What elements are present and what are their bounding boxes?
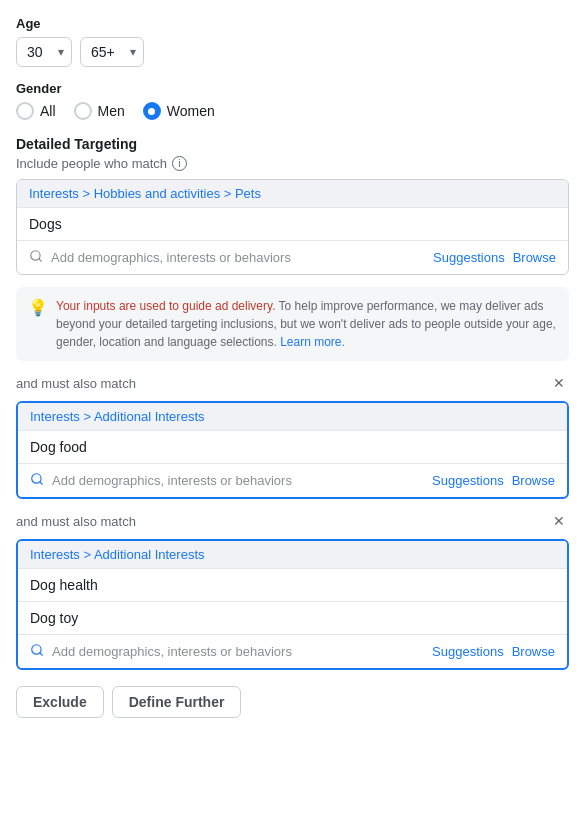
info-box: 💡 Your inputs are used to guide ad deliv…	[16, 287, 569, 361]
second-also-match-section: and must also match ✕ Interests > Additi…	[16, 373, 569, 499]
include-label: Include people who match i	[16, 156, 569, 171]
gender-women-radio	[143, 102, 161, 120]
third-suggestions-btn[interactable]: Suggestions	[432, 644, 504, 659]
first-tag-dogs: Dogs	[17, 207, 568, 240]
gender-men-radio	[74, 102, 92, 120]
age-label: Age	[16, 16, 569, 31]
second-search-row[interactable]: Add demographics, interests or behaviors…	[18, 463, 567, 497]
third-search-icon	[30, 643, 44, 660]
third-search-actions: Suggestions Browse	[432, 644, 555, 659]
gender-men-label: Men	[98, 103, 125, 119]
second-search-actions: Suggestions Browse	[432, 473, 555, 488]
info-learn-more-link[interactable]: Learn more.	[280, 335, 345, 349]
third-close-btn[interactable]: ✕	[549, 511, 569, 531]
first-browse-btn[interactable]: Browse	[513, 250, 556, 265]
age-dropdowns: 182125 303540 455055 6065 243035 404550 …	[16, 37, 569, 67]
bottom-buttons: Exclude Define Further	[16, 686, 569, 718]
dogfood-tag-label: Dog food	[30, 439, 87, 455]
gender-all-option[interactable]: All	[16, 102, 56, 120]
third-search-placeholder: Add demographics, interests or behaviors	[52, 644, 424, 659]
svg-line-5	[40, 653, 43, 656]
third-tag-doghealth: Dog health	[18, 568, 567, 601]
include-text: Include people who match	[16, 156, 167, 171]
first-search-placeholder: Add demographics, interests or behaviors	[51, 250, 425, 265]
age-section: Age 182125 303540 455055 6065 243035 404…	[16, 16, 569, 67]
dogtoy-tag-label: Dog toy	[30, 610, 78, 626]
detailed-targeting-title: Detailed Targeting	[16, 136, 569, 152]
gender-section: Gender All Men Women	[16, 81, 569, 120]
age-from-select[interactable]: 182125 303540 455055 6065	[16, 37, 72, 67]
svg-line-3	[40, 482, 43, 485]
second-browse-btn[interactable]: Browse	[512, 473, 555, 488]
third-also-match-header: and must also match ✕	[16, 511, 569, 531]
gender-options: All Men Women	[16, 102, 569, 120]
third-also-match-label: and must also match	[16, 514, 136, 529]
age-to-wrapper: 243035 404550 556065+	[80, 37, 144, 67]
second-breadcrumb: Interests > Additional Interests	[18, 403, 567, 430]
third-targeting-box: Interests > Additional Interests Dog hea…	[16, 539, 569, 670]
third-tag-dogtoy: Dog toy	[18, 601, 567, 634]
second-close-btn[interactable]: ✕	[549, 373, 569, 393]
gender-label: Gender	[16, 81, 569, 96]
second-also-match-label: and must also match	[16, 376, 136, 391]
first-search-row[interactable]: Add demographics, interests or behaviors…	[17, 240, 568, 274]
first-suggestions-btn[interactable]: Suggestions	[433, 250, 505, 265]
info-icon[interactable]: i	[172, 156, 187, 171]
third-search-row[interactable]: Add demographics, interests or behaviors…	[18, 634, 567, 668]
detailed-targeting-section: Detailed Targeting Include people who ma…	[16, 136, 569, 361]
gender-women-option[interactable]: Women	[143, 102, 215, 120]
age-to-select[interactable]: 243035 404550 556065+	[80, 37, 144, 67]
doghealth-tag-label: Dog health	[30, 577, 98, 593]
svg-line-1	[39, 259, 42, 262]
first-breadcrumb: Interests > Hobbies and activities > Pet…	[17, 180, 568, 207]
gender-women-label: Women	[167, 103, 215, 119]
gender-all-label: All	[40, 103, 56, 119]
gender-men-option[interactable]: Men	[74, 102, 125, 120]
second-search-icon	[30, 472, 44, 489]
third-browse-btn[interactable]: Browse	[512, 644, 555, 659]
dogs-tag-label: Dogs	[29, 216, 62, 232]
first-targeting-box: Interests > Hobbies and activities > Pet…	[16, 179, 569, 275]
second-suggestions-btn[interactable]: Suggestions	[432, 473, 504, 488]
exclude-button[interactable]: Exclude	[16, 686, 104, 718]
third-breadcrumb: Interests > Additional Interests	[18, 541, 567, 568]
bulb-icon: 💡	[28, 298, 48, 317]
info-highlight: Your inputs are used to guide ad deliver…	[56, 299, 275, 313]
define-further-button[interactable]: Define Further	[112, 686, 242, 718]
first-search-actions: Suggestions Browse	[433, 250, 556, 265]
second-search-placeholder: Add demographics, interests or behaviors	[52, 473, 424, 488]
third-also-match-section: and must also match ✕ Interests > Additi…	[16, 511, 569, 670]
first-search-icon	[29, 249, 43, 266]
gender-all-radio	[16, 102, 34, 120]
second-targeting-box: Interests > Additional Interests Dog foo…	[16, 401, 569, 499]
info-text: Your inputs are used to guide ad deliver…	[56, 297, 557, 351]
second-tag-dogfood: Dog food	[18, 430, 567, 463]
age-from-wrapper: 182125 303540 455055 6065	[16, 37, 72, 67]
second-also-match-header: and must also match ✕	[16, 373, 569, 393]
